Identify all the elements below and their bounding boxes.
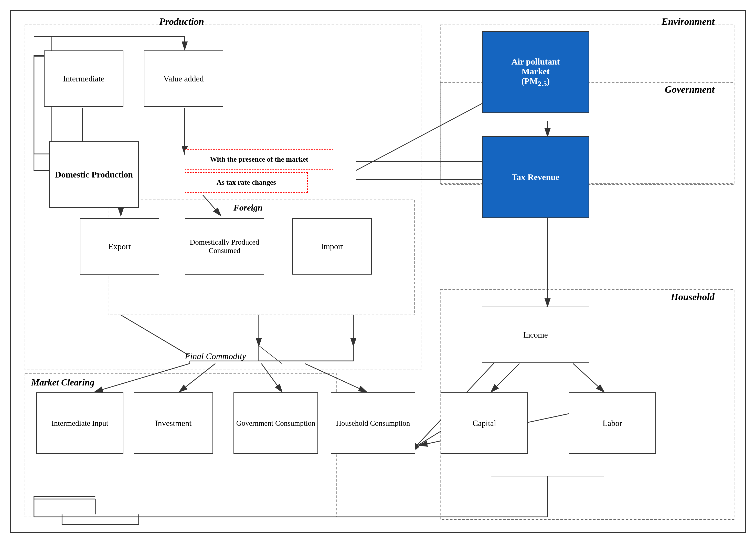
export-box: Export — [80, 218, 159, 275]
diagram-container: Production Environment Foreign Governmen… — [10, 10, 746, 533]
tax-rate-label: As tax rate changes — [217, 178, 276, 186]
domestically-produced-label: Domestically Produced Consumed — [185, 238, 264, 255]
svg-line-23 — [305, 364, 366, 392]
svg-line-13 — [203, 195, 220, 215]
government-consumption-box: Government Consumption — [233, 392, 318, 454]
household-consumption-label: Household Consumption — [336, 419, 410, 428]
capital-box: Capital — [441, 392, 528, 454]
svg-line-27 — [491, 364, 519, 392]
tax-revenue-box: Tax Revenue — [482, 136, 589, 218]
intermediate-input-box: Intermediate Input — [36, 392, 123, 454]
investment-label: Investment — [155, 419, 191, 428]
value-added-label: Value added — [163, 74, 204, 83]
income-box: Income — [482, 307, 589, 363]
labor-box: Labor — [569, 392, 656, 454]
market-presence-annotation: With the presence of the market — [185, 149, 333, 169]
domestic-production-label: Domestic Production — [55, 170, 133, 179]
production-label: Production — [159, 16, 204, 27]
environment-label: Environment — [662, 16, 715, 27]
income-label: Income — [523, 330, 548, 340]
domestically-produced-box: Domestically Produced Consumed — [185, 218, 264, 275]
investment-box: Investment — [134, 392, 213, 454]
domestic-production-box: Domestic Production — [49, 141, 139, 208]
intermediate-input-label: Intermediate Input — [51, 419, 108, 428]
air-pollutant-label: Air pollutantMarket(PM2.5) — [511, 57, 560, 88]
household-label: Household — [671, 291, 715, 303]
government-consumption-label: Government Consumption — [236, 419, 315, 428]
svg-line-36 — [259, 346, 282, 364]
market-presence-label: With the presence of the market — [210, 155, 308, 163]
capital-label: Capital — [473, 419, 496, 428]
final-commodity-label: Final Commodity — [185, 352, 246, 361]
household-consumption-box: Household Consumption — [331, 392, 415, 454]
air-pollutant-box: Air pollutantMarket(PM2.5) — [482, 31, 589, 113]
svg-line-28 — [573, 364, 604, 392]
intermediate-box: Intermediate — [44, 50, 123, 107]
foreign-label: Foreign — [233, 203, 262, 212]
government-label: Government — [665, 84, 715, 95]
intermediate-label: Intermediate — [63, 74, 104, 83]
market-clearing-label: Market Clearing — [31, 377, 94, 388]
tax-rate-annotation: As tax rate changes — [185, 172, 308, 192]
tax-revenue-label: Tax Revenue — [512, 172, 560, 182]
import-box: Import — [292, 218, 372, 275]
labor-label: Labor — [603, 419, 622, 428]
import-label: Import — [321, 242, 343, 251]
svg-line-21 — [180, 364, 216, 392]
svg-line-22 — [261, 364, 282, 392]
svg-line-37 — [121, 315, 190, 356]
export-label: Export — [108, 242, 131, 251]
value-added-box: Value added — [144, 50, 223, 107]
svg-line-20 — [95, 364, 190, 392]
